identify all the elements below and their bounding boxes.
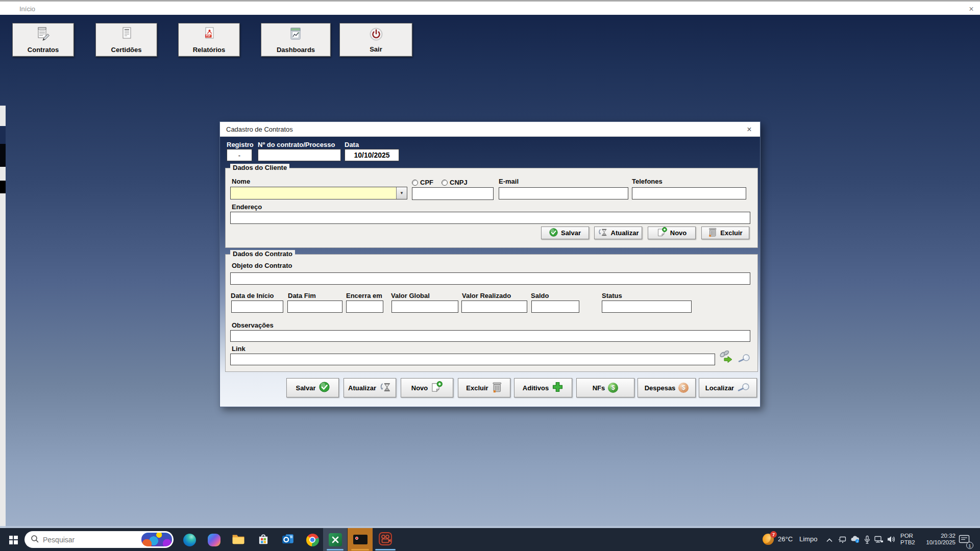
open-link-button[interactable]	[718, 350, 733, 366]
nome-combobox[interactable]: ▼	[230, 187, 407, 199]
network-icon[interactable]	[874, 535, 884, 546]
cpf-radio[interactable]: CPF	[412, 179, 433, 186]
dollar-green-icon: $	[608, 383, 618, 393]
novo-button[interactable]: Novo	[401, 378, 453, 397]
toolbar-button-contratos[interactable]: Contratos	[12, 23, 74, 57]
aditivos-button[interactable]: Aditivos	[514, 378, 572, 397]
link-label: Link	[232, 345, 246, 353]
valor-global-field[interactable]	[391, 300, 458, 313]
svg-text:PDF: PDF	[206, 35, 210, 37]
dialog-close-button[interactable]: ×	[744, 124, 755, 135]
chrome-app-button[interactable]	[306, 533, 319, 546]
cliente-groupbox: Dados do Cliente Nome ▼ CPF CNPJ E-mail	[225, 168, 758, 248]
link-search-button[interactable]	[738, 354, 751, 365]
start-button[interactable]	[5, 532, 21, 547]
weather-widget[interactable]: 7	[763, 534, 774, 547]
salvar-button[interactable]: Salvar	[286, 378, 339, 397]
cpf-cnpj-field[interactable]	[412, 187, 494, 200]
observacoes-field[interactable]	[230, 330, 750, 342]
encerra-em-field[interactable]	[346, 300, 383, 313]
nfs-button[interactable]: NFs $	[576, 378, 634, 397]
new-note-icon	[657, 227, 667, 239]
tray-chevron-up-button[interactable]	[826, 536, 833, 545]
power-icon	[369, 27, 383, 43]
dashboard-chart-icon	[289, 27, 303, 44]
microsoft-store-button[interactable]	[257, 533, 270, 546]
endereco-field[interactable]	[230, 212, 750, 224]
magnifier-icon	[737, 383, 750, 393]
chain-arrow-icon	[718, 357, 733, 365]
moon-weather-icon: 7	[763, 534, 774, 545]
email-label: E-mail	[499, 178, 519, 185]
link-field[interactable]	[230, 354, 715, 365]
outlook-app-button[interactable]	[281, 533, 295, 546]
window-titlebar: Início ×	[0, 0, 980, 15]
cast-device-icon[interactable]	[838, 535, 847, 546]
file-explorer-button[interactable]	[232, 533, 245, 546]
button-label: Atualizar	[611, 229, 639, 237]
edge-app-button[interactable]	[183, 533, 196, 546]
saldo-field[interactable]	[531, 300, 579, 313]
search-daily-artwork[interactable]	[141, 533, 172, 546]
data-fim-field[interactable]	[287, 300, 342, 313]
data-inicio-label: Data de Início	[231, 292, 274, 299]
chevron-down-icon[interactable]: ▼	[396, 187, 407, 199]
cliente-novo-button[interactable]: Novo	[648, 227, 696, 239]
button-label: NFs	[593, 384, 605, 392]
registro-field[interactable]	[227, 149, 252, 161]
background-window-edge	[0, 106, 6, 528]
trash-icon	[708, 227, 717, 239]
desktop: Início × Contratos	[0, 0, 980, 551]
data-inicio-field[interactable]	[231, 300, 283, 313]
capture-app-button[interactable]	[374, 528, 397, 551]
taskbar-clock[interactable]: 20:32 10/10/2025	[912, 533, 955, 546]
dialog-titlebar[interactable]: Cadastro de Contratos ×	[220, 122, 760, 137]
cliente-salvar-button[interactable]: Salvar	[541, 227, 589, 239]
atualizar-button[interactable]: Atualizar	[344, 378, 396, 397]
telefones-field[interactable]	[632, 187, 746, 199]
microphone-icon[interactable]	[864, 535, 871, 546]
search-input[interactable]	[43, 536, 114, 544]
weather-temperature[interactable]: 26°C	[778, 535, 793, 543]
valor-realizado-field[interactable]	[461, 300, 527, 313]
toolbar-button-relatorios[interactable]: PDF Relatórios	[178, 23, 240, 57]
weather-condition[interactable]: Limpo	[799, 535, 817, 543]
status-field[interactable]	[602, 300, 692, 313]
clock-date: 10/10/2025	[912, 539, 955, 546]
screen-recorder-app-button[interactable]	[348, 528, 373, 551]
button-label: Despesas	[645, 384, 676, 392]
email-field[interactable]	[499, 187, 628, 199]
refresh-hourglass-icon	[379, 382, 391, 394]
button-label: Salvar	[296, 384, 315, 392]
data-field[interactable]	[345, 149, 399, 161]
taskbar-search[interactable]	[24, 531, 174, 548]
toolbar-button-sair[interactable]: Sair	[339, 23, 412, 57]
cnpj-radio[interactable]: CNPJ	[442, 179, 468, 186]
nome-combobox-input[interactable]	[231, 187, 396, 199]
notification-center-button[interactable]: 1	[959, 535, 970, 546]
windows-logo-icon	[9, 536, 18, 544]
contrato-groupbox: Dados do Contrato Objeto do Contrato Dat…	[225, 254, 758, 372]
chrome-icon	[306, 534, 319, 546]
search-icon	[31, 535, 39, 545]
processo-field[interactable]	[258, 149, 341, 161]
excluir-button[interactable]: Excluir	[458, 378, 510, 397]
background-window-edge-segment	[0, 181, 6, 193]
despesas-button[interactable]: Despesas $	[638, 378, 696, 397]
toolbar-button-certidoes[interactable]: Certidões	[95, 23, 157, 57]
active-app-underline	[327, 549, 344, 550]
valor-global-label: Valor Global	[391, 292, 430, 299]
objeto-field[interactable]	[230, 272, 750, 285]
volume-icon[interactable]	[887, 535, 896, 545]
copilot-app-button[interactable]	[207, 533, 220, 546]
cnpj-radio-label: CNPJ	[450, 179, 468, 186]
window-close-button[interactable]: ×	[966, 4, 977, 15]
toolbar-button-dashboards[interactable]: Dashboards	[261, 23, 331, 57]
localizar-button[interactable]: Localizar	[699, 378, 757, 397]
encerra-em-label: Encerra em	[346, 292, 382, 299]
button-label: Atualizar	[348, 384, 376, 392]
cliente-excluir-button[interactable]: Excluir	[701, 227, 749, 239]
excel-app-button[interactable]	[323, 528, 347, 551]
cliente-atualizar-button[interactable]: Atualizar	[594, 227, 642, 239]
onedrive-icon[interactable]: i	[850, 535, 860, 545]
